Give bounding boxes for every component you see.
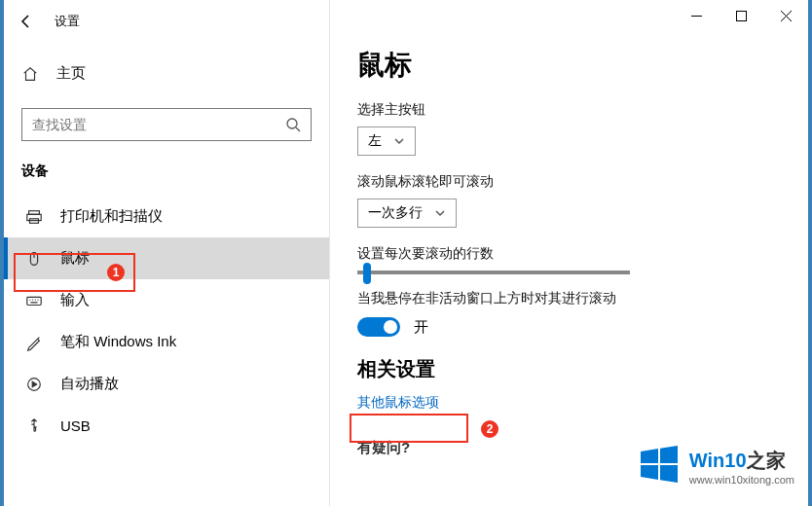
- hover-scroll-label: 当我悬停在非活动窗口上方时对其进行滚动: [357, 290, 781, 307]
- back-button[interactable]: [4, 0, 47, 43]
- pen-icon: [25, 334, 43, 351]
- search-input[interactable]: [32, 117, 285, 132]
- sidebar-item-mouse[interactable]: 鼠标: [4, 237, 329, 279]
- svg-rect-0: [736, 11, 746, 20]
- sidebar-item-autoplay[interactable]: 自动播放: [4, 363, 329, 405]
- windows-logo-icon: [639, 444, 680, 488]
- watermark-brand: Win10: [689, 450, 747, 471]
- titlebar: 设置: [4, 0, 808, 43]
- watermark-url: www.win10xitong.com: [689, 474, 794, 486]
- autoplay-icon: [25, 376, 43, 393]
- settings-window: 设置 主页 设备 打印机和扫描仪 鼠标: [4, 0, 808, 506]
- sidebar-item-label: 输入: [60, 291, 90, 309]
- annotation-badge-2: 2: [481, 420, 498, 438]
- annotation-badge-1: 1: [107, 264, 125, 281]
- maximize-button[interactable]: [719, 0, 763, 31]
- window-title: 设置: [55, 13, 80, 30]
- sidebar-item-label: 自动播放: [60, 375, 119, 393]
- sidebar: 主页 设备 打印机和扫描仪 鼠标 输入 笔和 Windows Ink: [4, 0, 330, 506]
- scroll-wheel-label: 滚动鼠标滚轮即可滚动: [357, 173, 781, 191]
- sidebar-item-printers[interactable]: 打印机和扫描仪: [4, 196, 329, 237]
- toggle-knob: [384, 320, 397, 334]
- sidebar-item-label: 打印机和扫描仪: [60, 207, 163, 226]
- mouse-icon: [25, 250, 43, 268]
- toggle-state-label: 开: [414, 318, 428, 337]
- sidebar-item-pen[interactable]: 笔和 Windows Ink: [4, 321, 329, 363]
- close-button[interactable]: [763, 0, 808, 31]
- sidebar-item-typing[interactable]: 输入: [4, 279, 329, 321]
- home-link[interactable]: 主页: [4, 54, 329, 92]
- primary-button-label: 选择主按钮: [357, 101, 781, 119]
- annotation-box-2: [350, 414, 468, 443]
- sidebar-item-label: USB: [60, 417, 91, 434]
- primary-button-select[interactable]: 左: [357, 126, 416, 156]
- nav-list: 打印机和扫描仪 鼠标 输入 笔和 Windows Ink 自动播放 USB: [4, 196, 329, 446]
- window-controls: [674, 0, 808, 31]
- svg-point-1: [287, 119, 297, 128]
- search-box[interactable]: [21, 108, 312, 141]
- watermark-text: Win10之家 www.win10xitong.com: [689, 448, 794, 486]
- select-value: 一次多行: [368, 204, 423, 222]
- lines-label: 设置每次要滚动的行数: [357, 245, 781, 263]
- printer-icon: [25, 208, 43, 226]
- usb-icon: [25, 416, 43, 434]
- minimize-button[interactable]: [674, 0, 719, 31]
- other-mouse-options-link[interactable]: 其他鼠标选项: [357, 394, 781, 412]
- sidebar-item-usb[interactable]: USB: [4, 405, 329, 446]
- svg-rect-6: [27, 297, 41, 305]
- scroll-wheel-select[interactable]: 一次多行: [357, 199, 457, 228]
- search-icon: [285, 117, 301, 132]
- chevron-down-icon: [434, 207, 446, 219]
- select-value: 左: [368, 132, 382, 150]
- lines-slider[interactable]: [357, 271, 630, 274]
- chevron-down-icon: [393, 135, 405, 147]
- hover-scroll-toggle[interactable]: [357, 317, 400, 337]
- main-content: 鼠标 选择主按钮 左 滚动鼠标滚轮即可滚动 一次多行 设置每次要滚动的行数 当我…: [330, 0, 808, 506]
- home-icon: [21, 65, 39, 83]
- watermark: Win10之家 www.win10xitong.com: [639, 444, 794, 488]
- page-title: 鼠标: [357, 47, 781, 84]
- watermark-brand-suffix: 之家: [747, 450, 786, 471]
- related-heading: 相关设置: [357, 356, 781, 382]
- category-label: 设备: [4, 163, 329, 180]
- slider-thumb[interactable]: [363, 263, 371, 284]
- sidebar-item-label: 鼠标: [60, 249, 90, 268]
- keyboard-icon: [25, 292, 43, 309]
- sidebar-item-label: 笔和 Windows Ink: [60, 333, 176, 351]
- home-label: 主页: [56, 64, 86, 83]
